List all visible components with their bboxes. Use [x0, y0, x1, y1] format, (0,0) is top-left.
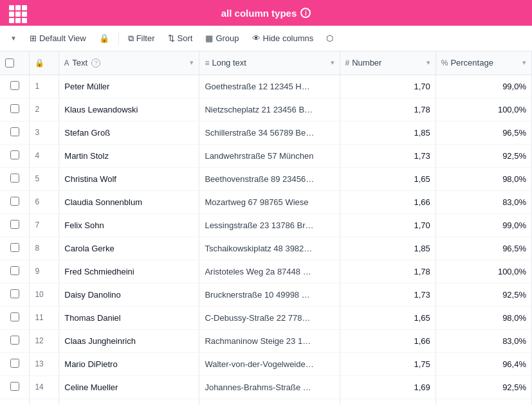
table-row: 6 Claudia Sonnenblum Mozartweg 67 98765 … [0, 190, 532, 213]
row-checkbox-cell[interactable] [0, 375, 30, 399]
table-row: 9 Fred Schmiedheini Aristoteles Weg 2a 8… [0, 260, 532, 283]
lock-col-icon: 🔒 [35, 59, 44, 68]
row-number-value-cell: 1,85 [340, 121, 436, 144]
row-number-cell: 3 [30, 121, 59, 144]
row-number-value-cell: 1,75 [340, 352, 436, 375]
app-grid-icon[interactable] [6, 3, 27, 23]
filter-button[interactable]: ⧉ Filter [123, 31, 160, 46]
row-number-cell: 12 [30, 329, 59, 352]
row-number-cell: 15 [30, 399, 59, 405]
row-checkbox-cell[interactable] [0, 144, 30, 167]
filter-label: Filter [136, 33, 155, 43]
th-longtext-expand[interactable]: ▾ [331, 59, 335, 67]
row-checkbox[interactable] [10, 243, 19, 252]
help-icon[interactable]: ? [91, 59, 100, 68]
row-checkbox[interactable] [10, 359, 19, 368]
row-number-value-cell: 1,70 [340, 75, 436, 98]
row-checkbox-cell[interactable] [0, 98, 30, 121]
table-icon: ⊞ [30, 33, 37, 43]
table-row: 2 Klaus Lewandowski Nietzscheplatz 21 23… [0, 98, 532, 121]
row-text-cell: Claas Jungheinrich [59, 329, 199, 352]
row-longtext-cell: Nietzscheplatz 21 23456 B… [199, 98, 340, 121]
row-number-value-cell: 1,73 [340, 144, 436, 167]
th-percentage[interactable]: % Percentage ▾ [436, 51, 531, 75]
row-longtext-cell: Walter-von-der-Vogelweide… [199, 352, 340, 375]
row-longtext-cell: Mozartweg 67 98765 Wiese [199, 190, 340, 213]
row-checkbox[interactable] [10, 127, 19, 136]
sort-icon: ⇅ [168, 33, 175, 43]
th-number-label: Number [352, 58, 381, 68]
row-percentage-cell: 99,2% [436, 399, 531, 405]
row-checkbox-cell[interactable] [0, 213, 30, 237]
row-checkbox[interactable] [10, 312, 19, 321]
th-text-expand[interactable]: ▾ [190, 59, 194, 67]
row-checkbox[interactable] [10, 197, 19, 206]
text-col-type-icon: Ꭺ [64, 59, 69, 68]
view-chevron[interactable]: ▼ [5, 32, 22, 44]
row-number-value-cell: 1,78 [340, 98, 436, 121]
group-button[interactable]: ▦ Group [200, 31, 244, 46]
row-checkbox[interactable] [10, 220, 19, 229]
row-percentage-cell: 96,5% [436, 237, 531, 260]
row-percentage-cell: 100,0% [436, 260, 531, 283]
row-number-value-cell: 1,66 [340, 190, 436, 213]
table-row: 13 Mario DiPietro Walter-von-der-Vogelwe… [0, 352, 532, 375]
lock-button[interactable]: 🔒 [94, 31, 115, 46]
row-longtext-cell: Schillerstraße 34 56789 Be… [199, 121, 340, 144]
row-checkbox[interactable] [10, 174, 19, 183]
row-checkbox-cell[interactable] [0, 306, 30, 329]
row-checkbox[interactable] [10, 150, 19, 159]
row-checkbox[interactable] [10, 336, 19, 345]
th-number-expand[interactable]: ▾ [427, 59, 430, 67]
th-percentage-expand[interactable]: ▾ [522, 59, 526, 67]
info-icon[interactable]: i [300, 8, 311, 18]
row-number-value-cell: 1,69 [340, 375, 436, 399]
row-checkbox-cell[interactable] [0, 121, 30, 144]
row-percentage-cell: 83,0% [436, 190, 531, 213]
row-longtext-cell: Johannes-Brahms-Straße … [199, 375, 340, 399]
row-checkbox-cell[interactable] [0, 399, 30, 405]
row-checkbox[interactable] [10, 289, 19, 298]
table-row: 14 Celine Mueller Johannes-Brahms-Straße… [0, 375, 532, 399]
row-checkbox-cell[interactable] [0, 283, 30, 306]
select-all-checkbox[interactable] [5, 59, 14, 68]
th-longtext[interactable]: ≡ Long text ▾ [199, 51, 340, 75]
row-longtext-cell: Beethovenstraße 89 23456… [199, 167, 340, 190]
row-longtext-cell: Landwehrstraße 57 München [199, 144, 340, 167]
page-title: all column types i [221, 8, 311, 19]
row-checkbox-cell[interactable] [0, 352, 30, 375]
row-number-cell: 10 [30, 283, 59, 306]
row-checkbox[interactable] [10, 81, 19, 90]
more-icon: ⬡ [326, 33, 333, 43]
table-row: 8 Carola Gerke Tschaikowskiplatz 48 3982… [0, 237, 532, 260]
th-number[interactable]: # Number ▾ [340, 51, 436, 75]
row-number-cell: 1 [30, 75, 59, 98]
hide-columns-button[interactable]: 👁 Hide columns [247, 31, 319, 46]
row-number-value-cell: 1,85 [340, 237, 436, 260]
row-text-cell: Stefan Groß [59, 121, 199, 144]
row-checkbox-cell[interactable] [0, 237, 30, 260]
row-number-cell: 6 [30, 190, 59, 213]
row-text-cell: Carola Gerke [59, 237, 199, 260]
top-bar: all column types i [0, 0, 532, 26]
row-checkbox-cell[interactable] [0, 167, 30, 190]
row-longtext-cell: Brucknerstraße 10 49998 … [199, 283, 340, 306]
row-text-cell: Martin Stolz [59, 144, 199, 167]
th-text-label: Text [72, 58, 87, 68]
sort-button[interactable]: ⇅ Sort [163, 31, 198, 46]
more-options-button[interactable]: ⬡ [321, 31, 338, 46]
row-checkbox-cell[interactable] [0, 190, 30, 213]
row-number-cell: 8 [30, 237, 59, 260]
row-checkbox[interactable] [10, 266, 19, 275]
row-checkbox-cell[interactable] [0, 329, 30, 352]
default-view-button[interactable]: ⊞ Default View [24, 31, 91, 46]
row-percentage-cell: 92,5% [436, 283, 531, 306]
th-text[interactable]: Ꭺ Text ? ▾ [59, 51, 199, 75]
row-checkbox[interactable] [10, 382, 19, 391]
row-longtext-cell: Goethestraße 12 12345 H… [199, 75, 340, 98]
table-row: 12 Claas Jungheinrich Rachmaninow Steige… [0, 329, 532, 352]
row-checkbox-cell[interactable] [0, 260, 30, 283]
default-view-label: Default View [39, 33, 86, 43]
row-checkbox-cell[interactable] [0, 75, 30, 98]
row-checkbox[interactable] [10, 104, 19, 113]
